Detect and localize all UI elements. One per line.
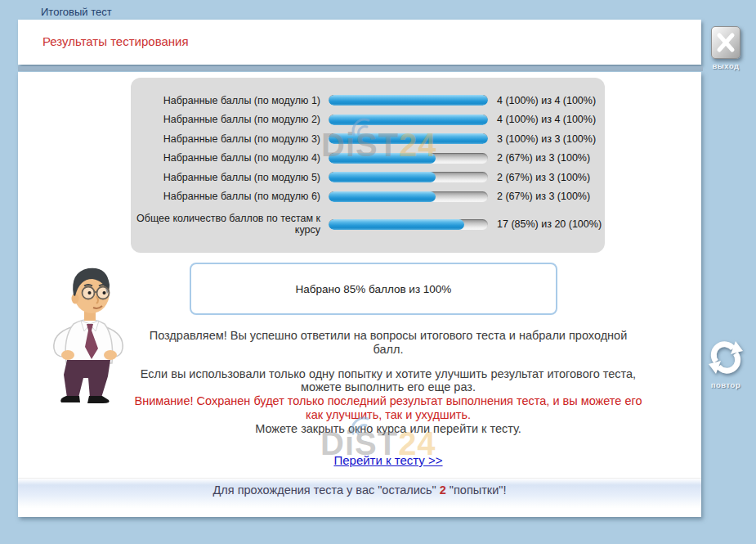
character-shoe-left	[60, 396, 80, 402]
progress-bar-track	[329, 115, 488, 125]
attempts-count: 2	[440, 483, 446, 497]
results-rows: Набранные баллы (по модулю 1)4 (100%) из…	[131, 91, 605, 242]
retry-info-text: Если вы использовали только одну попытку…	[134, 367, 642, 395]
congrats-text: Поздравляем! Вы успешно ответили на вопр…	[134, 329, 642, 357]
result-value: 2 (67%) из 3 (100%)	[488, 152, 590, 164]
progress-bar-fill	[329, 95, 488, 106]
progress-bar-track	[329, 133, 488, 144]
character-eye-right	[103, 291, 106, 294]
result-value: 4 (100%) из 4 (100%)	[488, 95, 596, 106]
close-icon	[711, 26, 740, 59]
result-row: Набранные баллы (по модулю 5)2 (67%) из …	[131, 168, 605, 187]
progress-bar-track	[329, 153, 488, 164]
result-row: Общее количество баллов по тестам к курс…	[131, 206, 605, 242]
go-to-test-link[interactable]: Перейти к тесту >>	[333, 453, 442, 467]
result-value: 17 (85%) из 20 (100%)	[488, 218, 602, 230]
result-label: Общее количество баллов по тестам к курс…	[131, 213, 325, 236]
link-row: Перейти к тесту >>	[134, 453, 642, 468]
header-divider	[18, 66, 703, 71]
attempts-text-suffix: "попытки"!	[446, 483, 507, 497]
progress-bar-track	[329, 95, 488, 106]
result-label: Набранные баллы (по модулю 4)	[131, 152, 325, 164]
result-row: Набранные баллы (по модулю 1)4 (100%) из…	[131, 91, 605, 110]
window-title: Итоговый тест	[41, 6, 112, 18]
exit-button[interactable]: выход	[708, 26, 744, 70]
character-hand-right	[104, 350, 117, 360]
result-row: Набранные баллы (по модулю 2)4 (100%) из…	[131, 110, 605, 130]
page-title: Результаты тестирования	[42, 34, 189, 48]
result-label: Набранные баллы (по модулю 1)	[131, 95, 325, 106]
character-pants	[64, 360, 110, 398]
score-summary-box: Набрано 85% баллов из 100%	[190, 263, 557, 315]
result-label: Набранные баллы (по модулю 5)	[131, 172, 325, 183]
result-row: Набранные баллы (по модулю 3)3 (100%) из…	[131, 129, 605, 149]
progress-bar-fill	[329, 219, 464, 230]
teacher-character	[34, 262, 145, 409]
repeat-button[interactable]: повтор	[703, 340, 749, 389]
results-panel: Набранные баллы (по модулю 1)4 (100%) из…	[131, 78, 605, 253]
result-value: 3 (100%) из 3 (100%)	[488, 133, 596, 145]
progress-bar-fill	[329, 172, 436, 182]
result-value: 2 (67%) из 3 (100%)	[488, 191, 590, 202]
character-eye-left	[88, 291, 92, 294]
progress-bar-track	[329, 219, 488, 230]
refresh-icon	[708, 340, 744, 375]
character-hand-left	[61, 350, 74, 360]
progress-bar-fill	[329, 133, 488, 144]
main-panel: Набранные баллы (по модулю 1)4 (100%) из…	[18, 72, 701, 517]
attempts-text-prefix: Для прохождения теста у вас "остались"	[213, 483, 440, 497]
result-value: 4 (100%) из 4 (100%)	[488, 114, 596, 125]
close-info-text: Можете закрыть окно курса или перейти к …	[134, 422, 642, 436]
result-message: Поздравляем! Вы успешно ответили на вопр…	[134, 329, 642, 436]
score-summary-text: Набрано 85% баллов из 100%	[296, 283, 452, 295]
result-label: Набранные баллы (по модулю 6)	[131, 191, 325, 202]
result-row: Набранные баллы (по модулю 6)2 (67%) из …	[131, 187, 605, 207]
result-value: 2 (67%) из 3 (100%)	[488, 172, 590, 183]
result-row: Набранные баллы (по модулю 4)2 (67%) из …	[131, 149, 605, 169]
attempts-bar: Для прохождения теста у вас "остались" 2…	[18, 478, 701, 508]
progress-bar-fill	[329, 115, 488, 125]
results-header: Результаты тестирования	[18, 20, 701, 65]
result-label: Набранные баллы (по модулю 3)	[131, 133, 325, 145]
character-shoe-right	[87, 396, 110, 403]
progress-bar-track	[329, 172, 488, 182]
progress-bar-track	[329, 191, 488, 202]
exit-button-label: выход	[708, 61, 744, 70]
warning-text: Внимание! Сохранен будет только последни…	[134, 394, 642, 422]
progress-bar-fill	[329, 191, 436, 202]
repeat-button-label: повтор	[703, 380, 749, 389]
progress-bar-fill	[329, 153, 436, 164]
result-label: Набранные баллы (по модулю 2)	[131, 114, 325, 125]
